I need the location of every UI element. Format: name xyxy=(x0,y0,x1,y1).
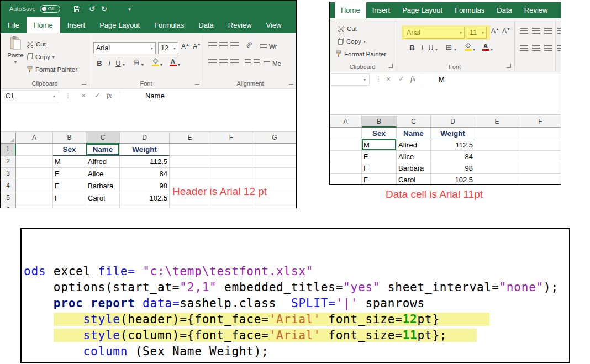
cell-E3[interactable] xyxy=(170,168,210,180)
ribbon-tab-review[interactable]: Review xyxy=(221,17,259,33)
cell-C4[interactable]: Barbara xyxy=(397,162,431,174)
cell-D4[interactable]: 98 xyxy=(431,162,475,174)
chevron-down-icon[interactable]: ▾ xyxy=(178,62,180,67)
cell-B4[interactable]: F xyxy=(362,162,397,174)
cell-C2[interactable]: Alfred xyxy=(397,139,431,151)
format-painter-button[interactable]: Format Painter xyxy=(335,49,386,59)
copy-button[interactable]: Copy ▾ xyxy=(338,36,366,46)
cell-A4[interactable] xyxy=(16,180,53,192)
cell-D1[interactable]: Weight xyxy=(120,144,170,156)
bold-icon[interactable]: B xyxy=(96,59,103,67)
bold-icon[interactable]: B xyxy=(408,44,416,52)
ribbon-tab-home[interactable]: Home xyxy=(335,2,366,18)
wrap-text-button[interactable]: Wr xyxy=(260,41,277,51)
copy-button[interactable]: Copy ▾ xyxy=(27,52,55,62)
column-header-B[interactable]: B xyxy=(362,116,397,128)
clipboard-dialog-launcher-icon[interactable] xyxy=(388,64,393,68)
cell-D4[interactable]: 98 xyxy=(120,180,170,192)
ribbon-tab-page-layout[interactable]: Page Layout xyxy=(92,17,147,33)
cell-G2[interactable] xyxy=(252,156,296,168)
column-header-D[interactable]: D xyxy=(120,132,170,144)
cell-A3[interactable] xyxy=(330,151,362,162)
cell-E1[interactable] xyxy=(170,144,210,156)
formula-bar-expanded[interactable] xyxy=(1,103,296,132)
cut-button[interactable]: Cut xyxy=(27,39,46,49)
cell-B3[interactable]: F xyxy=(53,168,86,180)
cell-E1[interactable] xyxy=(475,128,519,139)
ribbon-tab-formulas[interactable]: Formulas xyxy=(147,17,191,33)
chevron-down-icon[interactable]: ▾ xyxy=(454,47,456,52)
cell-C3[interactable]: Alice xyxy=(397,151,431,162)
grow-font-icon[interactable]: A▲ xyxy=(181,43,189,50)
cell-E2[interactable] xyxy=(475,139,519,151)
column-header-D[interactable]: D xyxy=(431,116,475,128)
cell-E4[interactable] xyxy=(475,162,519,174)
cell-F6[interactable] xyxy=(210,204,252,208)
merge-center-button[interactable]: Me xyxy=(264,59,281,68)
cell-D1[interactable]: Weight xyxy=(431,128,475,139)
formula-bar-dots-icon[interactable]: ⋮ xyxy=(65,92,71,99)
cell-C6[interactable]: Henry xyxy=(86,204,120,208)
alignment-dialog-launcher-icon[interactable] xyxy=(289,80,293,85)
align-middle-icon[interactable] xyxy=(532,28,540,34)
formula-bar-dots-icon[interactable]: ⋮ xyxy=(375,75,382,83)
align-top-icon[interactable] xyxy=(208,42,217,48)
cell-F2[interactable] xyxy=(519,139,561,151)
wrap-text-icon[interactable] xyxy=(557,28,561,34)
ribbon-tab-insert[interactable]: Insert xyxy=(366,2,397,18)
column-header-E[interactable]: E xyxy=(475,116,519,128)
ribbon-tab-view[interactable]: View xyxy=(259,17,288,33)
cell-B3[interactable]: F xyxy=(362,151,397,162)
row-header-2[interactable]: 2 xyxy=(1,156,16,168)
column-header-F[interactable]: F xyxy=(210,132,252,144)
row-header-1[interactable]: 1 xyxy=(1,144,16,156)
select-all-corner[interactable] xyxy=(1,132,16,144)
shrink-font-icon[interactable]: A▼ xyxy=(193,43,201,50)
cell-A1[interactable] xyxy=(16,144,53,156)
underline-icon[interactable]: U xyxy=(427,44,435,52)
cell-C5[interactable]: Carol xyxy=(86,192,120,204)
ribbon-tab-formulas[interactable]: Formulas xyxy=(449,2,491,18)
cell-A1[interactable] xyxy=(330,128,362,139)
align-left-icon[interactable] xyxy=(520,45,528,51)
cell-F4[interactable] xyxy=(519,162,561,174)
ribbon-tab-file[interactable]: File xyxy=(329,2,335,18)
chevron-down-icon[interactable]: ▾ xyxy=(141,62,144,67)
cut-button[interactable]: Cut xyxy=(338,24,357,34)
align-left-icon[interactable] xyxy=(208,59,217,65)
cell-C1[interactable]: Name xyxy=(86,144,120,156)
cancel-icon[interactable]: × xyxy=(81,91,86,100)
cell-B6[interactable]: M xyxy=(53,204,86,208)
align-right-icon[interactable] xyxy=(544,45,552,51)
ribbon-tab-data[interactable]: Data xyxy=(191,17,220,33)
row-header-3[interactable]: 3 xyxy=(1,168,16,180)
cell-F5[interactable] xyxy=(519,174,561,184)
cell-D6[interactable]: 102.5 xyxy=(120,204,170,208)
column-header-B[interactable]: B xyxy=(53,132,86,144)
row-header-6[interactable]: 6 xyxy=(1,204,16,208)
row-header-4[interactable]: 4 xyxy=(1,180,16,192)
undo-icon[interactable]: ↺ xyxy=(89,5,96,13)
insert-function-icon[interactable]: fx xyxy=(410,75,415,83)
cell-D5[interactable]: 102.5 xyxy=(120,192,170,204)
cell-D5[interactable]: 102.5 xyxy=(431,174,475,184)
cell-A4[interactable] xyxy=(330,162,362,174)
insert-function-icon[interactable]: fx xyxy=(107,91,112,100)
cell-F3[interactable] xyxy=(519,151,561,162)
paste-button[interactable]: Paste ▾ xyxy=(4,36,27,78)
cancel-icon[interactable]: × xyxy=(386,75,391,83)
underline-icon[interactable]: U xyxy=(114,59,122,67)
align-top-icon[interactable] xyxy=(520,28,528,34)
font-name-combobox[interactable]: Arial ▾ xyxy=(93,42,156,54)
format-painter-button[interactable]: Format Painter xyxy=(27,65,77,75)
column-header-C[interactable]: C xyxy=(397,116,431,128)
ribbon-tab-help[interactable]: Help xyxy=(288,17,297,33)
cell-G6[interactable] xyxy=(252,204,296,208)
font-color-icon[interactable]: A xyxy=(481,43,490,51)
ribbon-tab-page-layout[interactable]: Page Layout xyxy=(396,2,449,18)
cell-G1[interactable] xyxy=(252,144,296,156)
name-box[interactable]: C1 ▾ xyxy=(2,90,59,102)
cell-A3[interactable] xyxy=(16,168,53,180)
align-center-icon[interactable] xyxy=(219,59,228,65)
cell-B2[interactable]: M xyxy=(53,156,86,168)
